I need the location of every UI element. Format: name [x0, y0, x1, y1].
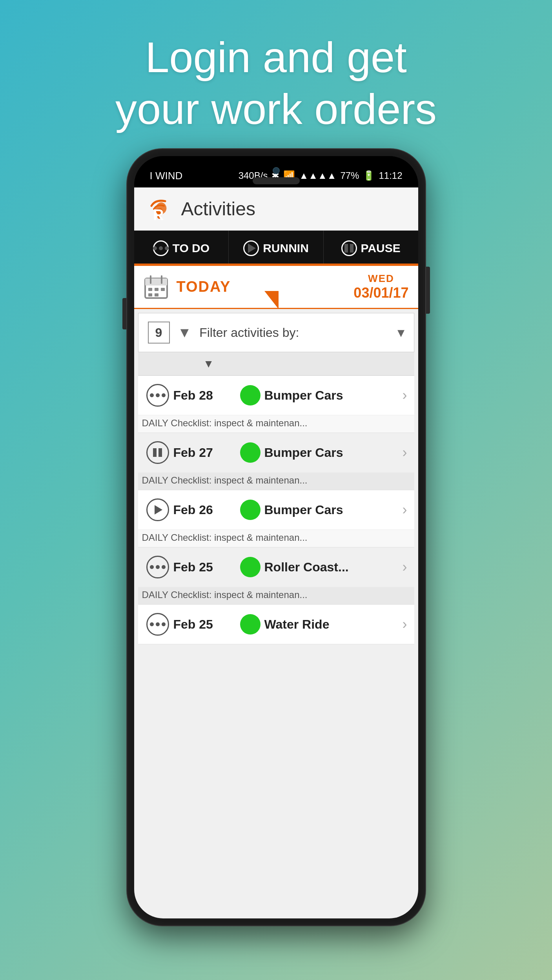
- todo-icon: [153, 240, 169, 256]
- filter-bar[interactable]: 9 ▼ Filter activities by: ▾: [138, 313, 414, 352]
- status-icon-1: [142, 384, 173, 407]
- running-icon: [243, 240, 259, 256]
- date-full: 03/01/17: [353, 285, 408, 301]
- dots-status-icon: [146, 384, 169, 407]
- svg-rect-9: [148, 293, 152, 296]
- hero-line2: your work orders: [115, 85, 437, 133]
- phone-notch: [253, 167, 300, 184]
- tab-todo[interactable]: TO DO: [134, 231, 229, 266]
- activity-row[interactable]: Feb 27 Bumper Cars › DAILY Checklist: in…: [138, 433, 414, 490]
- tab-pause[interactable]: PAUSE: [324, 231, 418, 266]
- col-status-header: [138, 352, 173, 375]
- activity-main-row[interactable]: Feb 25 Roller Coast... ›: [138, 547, 414, 587]
- pause-icon: [341, 240, 357, 256]
- svg-rect-8: [161, 288, 165, 291]
- today-label: TODAY: [177, 278, 231, 295]
- tab-todo-label: TO DO: [173, 242, 210, 255]
- pause-status-icon: [146, 441, 169, 464]
- green-status-dot-2: [240, 442, 261, 463]
- svg-rect-7: [155, 288, 158, 291]
- tab-running[interactable]: RUNNIN: [229, 231, 324, 266]
- activity-main-row[interactable]: Feb 26 Bumper Cars ›: [138, 490, 414, 529]
- date-display: WED 03/01/17: [353, 273, 408, 301]
- tab-pause-label: PAUSE: [361, 242, 401, 255]
- app-screen: R Activities: [134, 187, 418, 918]
- activity-date-4: Feb 25: [173, 560, 240, 575]
- phone-mockup: I WIND 340B/s ✱ 📶 ▲▲▲▲ 77% 🔋 11:12: [127, 149, 425, 925]
- svg-rect-3: [145, 278, 167, 285]
- status-icon-2: [142, 441, 173, 464]
- col-indicator-header: [244, 352, 279, 375]
- nav-chevron-5[interactable]: ›: [403, 616, 410, 633]
- green-status-dot-3: [240, 500, 261, 520]
- nav-chevron-4[interactable]: ›: [403, 559, 410, 575]
- app-header: R Activities: [134, 187, 418, 231]
- activity-row[interactable]: Feb 25 Roller Coast... › DAILY Checklist…: [138, 547, 414, 605]
- col-date-header: ▼: [173, 352, 244, 375]
- activity-name-2: Bumper Cars: [264, 445, 403, 460]
- activities-list: ▼: [138, 352, 414, 918]
- app-title: Activities: [181, 198, 255, 220]
- filter-count: 9: [148, 322, 170, 344]
- signal-icon: ▲▲▲▲: [299, 170, 336, 181]
- activity-subtext-4: DAILY Checklist: inspect & maintenan...: [138, 587, 414, 604]
- svg-rect-10: [155, 293, 158, 296]
- svg-rect-6: [148, 288, 152, 291]
- camera-icon: [273, 167, 280, 174]
- activity-row[interactable]: Feb 26 Bumper Cars › DAILY Checklist: in…: [138, 490, 414, 547]
- activity-name-1: Bumper Cars: [264, 388, 403, 403]
- filter-funnel-icon: ▼: [178, 324, 192, 341]
- date-bar: TODAY WED 03/01/17: [134, 266, 418, 309]
- activity-date-1: Feb 28: [173, 388, 240, 403]
- green-status-dot-4: [240, 557, 261, 577]
- status-icon-3: [142, 498, 173, 521]
- filter-text: Filter activities by:: [199, 325, 389, 340]
- calendar-icon: [144, 275, 169, 300]
- activity-subtext-3: DAILY Checklist: inspect & maintenan...: [138, 529, 414, 547]
- col-name-header: [279, 352, 395, 375]
- status-icon-4: [142, 556, 173, 578]
- nav-chevron-3[interactable]: ›: [403, 502, 410, 518]
- battery-icon: 🔋: [363, 170, 375, 181]
- carrier-label: I WIND: [150, 170, 183, 182]
- green-status-dot-5: [240, 614, 261, 635]
- activity-name-4: Roller Coast...: [264, 560, 403, 575]
- tab-running-label: RUNNIN: [263, 242, 309, 255]
- speaker-grille: [253, 177, 300, 184]
- activity-main-row[interactable]: Feb 27 Bumper Cars ›: [138, 433, 414, 472]
- app-logo-icon: R: [144, 193, 175, 225]
- activity-row[interactable]: Feb 28 Bumper Cars › DAILY Checklist: in…: [138, 376, 414, 433]
- column-header: ▼: [138, 352, 414, 376]
- date-triangle: [264, 291, 279, 309]
- activity-name-3: Bumper Cars: [264, 503, 403, 517]
- dots-status-icon: [146, 613, 169, 636]
- tab-bar[interactable]: TO DO RUNNIN: [134, 231, 418, 266]
- activity-date-5: Feb 25: [173, 617, 240, 632]
- green-status-dot-1: [240, 385, 261, 405]
- svg-text:R: R: [153, 207, 164, 223]
- activity-main-row[interactable]: Feb 28 Bumper Cars ›: [138, 376, 414, 415]
- nav-chevron-1[interactable]: ›: [403, 387, 410, 404]
- hero-text: Login and get your work orders: [0, 31, 552, 135]
- activity-date-3: Feb 26: [173, 503, 240, 517]
- col-nav-header: [395, 352, 414, 375]
- day-of-week: WED: [353, 273, 408, 285]
- activity-subtext-2: DAILY Checklist: inspect & maintenan...: [138, 472, 414, 490]
- nav-chevron-2[interactable]: ›: [403, 444, 410, 461]
- activity-date-2: Feb 27: [173, 445, 240, 460]
- filter-chevron-icon[interactable]: ▾: [397, 324, 404, 341]
- play-status-icon: [146, 498, 169, 521]
- activity-subtext-1: DAILY Checklist: inspect & maintenan...: [138, 415, 414, 433]
- battery-percent: 77%: [340, 170, 359, 181]
- status-icon-5: [142, 613, 173, 636]
- hero-line1: Login and get: [145, 33, 407, 81]
- dots-status-icon: [146, 556, 169, 578]
- time-label: 11:12: [379, 170, 402, 181]
- activity-name-5: Water Ride: [264, 617, 403, 632]
- sort-arrow-icon[interactable]: ▼: [203, 358, 214, 370]
- activity-main-row[interactable]: Feb 25 Water Ride ›: [138, 605, 414, 644]
- activity-row[interactable]: Feb 25 Water Ride ›: [138, 605, 414, 644]
